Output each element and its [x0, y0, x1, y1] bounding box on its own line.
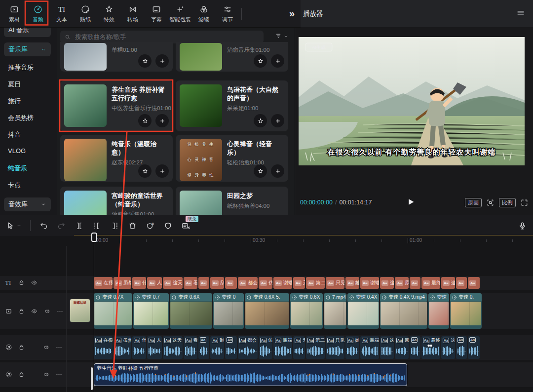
audio-subtitle-segment[interactable]: Aa这 — [441, 336, 455, 359]
filter-button[interactable] — [275, 32, 289, 40]
subtitle-segment[interactable]: A≡人 — [147, 277, 162, 289]
delete-text-button[interactable]: 限免 — [181, 221, 190, 231]
add-to-timeline-button[interactable] — [271, 164, 284, 178]
audio-subtitle-segment[interactable]: Aa刮 — [210, 336, 224, 359]
add-to-timeline-button[interactable] — [271, 54, 284, 68]
split-button[interactable] — [75, 221, 84, 231]
audio-subtitle-segment[interactable]: Aa人 — [147, 336, 162, 359]
music-card[interactable]: 纯音乐（温暖治愈）赵东俊02:27 — [60, 135, 173, 182]
favorite-button[interactable] — [138, 114, 152, 127]
time-ruler[interactable]: 00:0000:3001:00 — [0, 236, 533, 246]
subtitle-segment[interactable]: A≡最终 — [421, 277, 440, 289]
music-card[interactable]: 治愈音乐集01:00 — [176, 42, 288, 72]
delete-button[interactable] — [128, 221, 137, 231]
sidebar-item-VLOG[interactable]: VLOG — [8, 147, 26, 155]
subtitle-segment[interactable]: A≡什 — [132, 277, 146, 289]
trim-right-button[interactable] — [110, 221, 119, 231]
video-clip[interactable]: 变速 0 — [213, 293, 244, 329]
video-clip[interactable]: 变速 0.4X 9.mp4 — [380, 293, 427, 329]
favorite-button[interactable] — [254, 114, 267, 127]
audio-subtitle-segment[interactable]: Aa这天 — [163, 336, 183, 359]
audio-subtitle-segment[interactable]: Aa看 — [184, 336, 197, 359]
mute-toggle[interactable] — [42, 371, 50, 378]
tab-音频[interactable]: 音频 — [27, 4, 49, 23]
sidebar-item-推荐音乐[interactable]: 推荐音乐 — [8, 63, 34, 72]
tab-字幕[interactable]: 字幕 — [145, 4, 168, 23]
fullscreen-icon[interactable] — [520, 198, 529, 207]
audio-subtitle-segment[interactable]: Aa都会 — [238, 336, 258, 359]
more-options-button[interactable] — [55, 344, 63, 351]
subtitle-segment[interactable]: A≡只见 — [326, 277, 344, 289]
ai-mute-button[interactable]: AI — [146, 221, 155, 231]
audio-subtitle-segment[interactable]: Aa — [198, 336, 209, 359]
lock-toggle[interactable] — [18, 344, 25, 351]
add-to-timeline-button[interactable] — [155, 54, 169, 68]
subtitle-segment[interactable]: A≡这 — [441, 277, 455, 289]
redo-button[interactable] — [57, 221, 66, 231]
video-clip[interactable]: 变速 0. — [450, 293, 482, 329]
video-clip[interactable]: 变速 — [428, 293, 449, 329]
sidebar-item-抖音[interactable]: 抖音 — [8, 130, 21, 139]
music-clip[interactable]: 养生音乐 养肝补肾 五行疗愈 — [94, 363, 407, 386]
video-clip[interactable]: 变速 0.6X — [170, 293, 212, 329]
tab-素材[interactable]: 素材 — [3, 4, 26, 23]
video-clip[interactable]: 7.mp4 0 — [324, 293, 346, 329]
subtitle-segment[interactable]: A≡刮 — [210, 277, 224, 289]
project-cover-thumbnail[interactable]: 田螺姑娘 — [70, 299, 90, 322]
sidebar-item-音效库[interactable]: 音效库 — [4, 197, 51, 211]
favorite-button[interactable] — [254, 164, 267, 178]
lock-toggle[interactable] — [18, 308, 25, 315]
mute-toggle[interactable] — [43, 308, 51, 315]
sidebar-item-旅行[interactable]: 旅行 — [8, 97, 21, 106]
original-quality-button[interactable]: 原画 — [465, 198, 482, 207]
add-to-timeline-button[interactable] — [155, 164, 169, 178]
video-clip[interactable]: 变速 0.7 — [133, 293, 169, 329]
play-button[interactable] — [405, 196, 416, 209]
audio-subtitle-segment[interactable]: Aa在很 — [94, 336, 113, 359]
tab-特效[interactable]: 特效 — [98, 4, 120, 23]
more-options-button[interactable] — [56, 308, 64, 315]
audio-subtitle-segment[interactable]: Aa这 — [380, 336, 394, 359]
lock-toggle[interactable] — [18, 371, 25, 378]
search-input[interactable] — [74, 33, 260, 41]
subtitle-segment[interactable]: A≡ — [225, 277, 237, 289]
audio-subtitle-segment[interactable]: Aa — [468, 336, 480, 359]
tab-智能包装[interactable]: 智能包装 — [169, 4, 191, 23]
audio-subtitle-segment[interactable]: Aa仿 — [259, 336, 272, 359]
tab-转场[interactable]: 转场 — [121, 4, 144, 23]
music-card[interactable]: 宫崎骏的童话世界（纯音乐）治愈音乐集01:00 — [60, 187, 173, 215]
tab-滤镜[interactable]: 滤镜 — [192, 4, 215, 23]
track-scrollbar[interactable] — [91, 367, 93, 390]
audio-subtitle-segment[interactable]: Aa原 — [395, 336, 409, 359]
subtitle-segment[interactable]: A≡ — [410, 277, 420, 289]
lock-toggle[interactable] — [18, 279, 25, 286]
video-clip[interactable]: 变速 0.4X — [347, 293, 379, 329]
subtitle-segment[interactable]: A≡仿 — [259, 277, 272, 289]
record-voice-button[interactable] — [518, 221, 527, 231]
visibility-toggle[interactable] — [31, 279, 38, 286]
more-options-button[interactable] — [55, 371, 63, 378]
subtitle-segment[interactable]: A≡谢端 — [273, 277, 292, 289]
subtitle-segment[interactable]: A≡虽然 — [114, 277, 131, 289]
favorite-button[interactable] — [138, 164, 152, 178]
subtitle-segment[interactable]: A≡ — [456, 277, 467, 289]
ratio-button[interactable]: 比例 — [499, 198, 516, 207]
video-clip[interactable]: 变速 0.6X — [290, 293, 323, 329]
sidebar-item-AI 音乐[interactable]: AI 音乐 — [4, 27, 51, 37]
trim-left-button[interactable] — [92, 221, 102, 231]
sidebar-item-会员热榜[interactable]: 会员热榜 — [8, 114, 34, 122]
music-card[interactable]: 轻 松 养 生心 灵 禅 音修 身 养 性心灵禅音（轻音乐）轻松治愈01:00 — [176, 135, 288, 182]
audio-subtitle-segment[interactable]: Aa天 — [293, 336, 305, 359]
subtitle-segment[interactable]: A≡这天 — [163, 277, 183, 289]
sidebar-item-夏日[interactable]: 夏日 — [8, 80, 21, 89]
sidebar-item-卡点[interactable]: 卡点 — [8, 181, 21, 190]
audio-subtitle-segment[interactable]: Aa — [410, 336, 420, 359]
subtitle-segment[interactable]: A≡谢端 — [360, 277, 379, 289]
audio-subtitle-segment[interactable]: Aa第二 — [306, 336, 325, 359]
visibility-toggle[interactable] — [31, 308, 38, 315]
tab-贴纸[interactable]: 贴纸 — [74, 4, 97, 23]
subtitle-segment[interactable]: A≡天 — [293, 277, 305, 289]
audio-subtitle-segment[interactable]: Aa — [225, 336, 237, 359]
audio-subtitle-segment[interactable]: Aa虽然 — [114, 336, 131, 359]
subtitle-segment[interactable]: A≡在很 — [94, 277, 113, 289]
